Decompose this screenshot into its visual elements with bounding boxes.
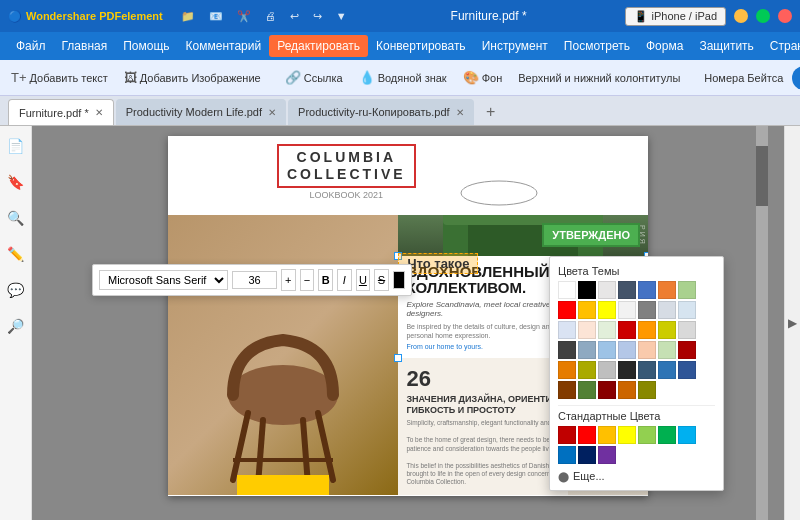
sidebar-bookmark-icon[interactable]: 🔖 [3, 170, 28, 194]
sidebar-page-icon[interactable]: 📄 [3, 134, 28, 158]
color-swatch[interactable] [638, 381, 656, 399]
menu-edit[interactable]: Редактировать [269, 35, 368, 57]
underline-button[interactable]: U [356, 269, 371, 291]
tab-productivity-ru[interactable]: Productivity-ru-Копировать.pdf ✕ [288, 99, 474, 125]
font-decrease-button[interactable]: − [300, 269, 315, 291]
link-button[interactable]: 🔗 Ссылка [278, 67, 350, 88]
sidebar-right[interactable]: ▶ [784, 126, 800, 520]
menu-home[interactable]: Главная [54, 35, 116, 57]
sidebar-search-icon[interactable]: 🔍 [3, 206, 28, 230]
color-swatch[interactable] [598, 341, 616, 359]
color-swatch[interactable] [578, 321, 596, 339]
color-swatch[interactable] [598, 321, 616, 339]
color-swatch-std[interactable] [598, 426, 616, 444]
italic-button[interactable]: I [337, 269, 352, 291]
color-swatch[interactable] [638, 301, 656, 319]
bold-button[interactable]: B [318, 269, 333, 291]
color-swatch[interactable] [678, 281, 696, 299]
color-swatch[interactable] [578, 341, 596, 359]
close-button[interactable] [778, 9, 792, 23]
color-swatch[interactable] [598, 361, 616, 379]
color-swatch[interactable] [638, 281, 656, 299]
color-swatch[interactable] [558, 341, 576, 359]
color-swatch[interactable] [658, 301, 676, 319]
sidebar-comment-icon[interactable]: 💬 [3, 278, 28, 302]
menu-tool[interactable]: Инструмент [474, 35, 556, 57]
color-swatch[interactable] [618, 301, 636, 319]
menu-form[interactable]: Форма [638, 35, 691, 57]
color-swatch[interactable] [558, 301, 576, 319]
ipad-button[interactable]: 📱 iPhone / iPad [625, 7, 726, 26]
menu-comment[interactable]: Комментарий [178, 35, 270, 57]
text-color-preview[interactable] [393, 271, 405, 289]
nav-icon-7[interactable]: ▼ [330, 8, 353, 25]
color-swatch[interactable] [618, 381, 636, 399]
scrollbar-thumb[interactable] [756, 146, 768, 206]
new-tab-button[interactable]: + [480, 101, 502, 123]
tab-productivity-ru-close[interactable]: ✕ [456, 107, 464, 118]
nav-icon-6[interactable]: ↪ [307, 8, 328, 25]
selection-handle-bl[interactable] [394, 354, 402, 362]
color-swatch[interactable] [618, 361, 636, 379]
color-swatch-std[interactable] [558, 426, 576, 444]
tab-furniture[interactable]: Furniture.pdf * ✕ [8, 99, 114, 125]
color-swatch-std[interactable] [678, 426, 696, 444]
color-swatch[interactable] [658, 281, 676, 299]
color-swatch[interactable] [678, 321, 696, 339]
color-swatch-std[interactable] [618, 426, 636, 444]
watermark-button[interactable]: 💧 Водяной знак [352, 67, 454, 88]
color-swatch[interactable] [598, 381, 616, 399]
sidebar-zoom-icon[interactable]: 🔎 [3, 314, 28, 338]
nav-icon-4[interactable]: 🖨 [259, 8, 282, 25]
color-swatch[interactable] [578, 281, 596, 299]
nav-icon-1[interactable]: 📁 [175, 8, 201, 25]
background-button[interactable]: 🎨 Фон [456, 67, 510, 88]
color-swatch-std[interactable] [578, 446, 596, 464]
color-swatch[interactable] [578, 381, 596, 399]
minimize-button[interactable] [734, 9, 748, 23]
color-swatch[interactable] [558, 381, 576, 399]
add-text-button[interactable]: T+ Добавить текст [4, 67, 115, 88]
color-swatch[interactable] [578, 301, 596, 319]
header-footer-button[interactable]: Верхний и нижний колонтитулы [511, 69, 687, 87]
sidebar-edit-icon[interactable]: ✏️ [3, 242, 28, 266]
color-swatch-std[interactable] [598, 446, 616, 464]
color-swatch[interactable] [578, 361, 596, 379]
color-swatch[interactable] [598, 301, 616, 319]
color-swatch[interactable] [678, 341, 696, 359]
maximize-button[interactable] [756, 9, 770, 23]
color-swatch[interactable] [678, 301, 696, 319]
color-swatch[interactable] [598, 281, 616, 299]
strikethrough-button[interactable]: S [374, 269, 389, 291]
color-swatch[interactable] [558, 321, 576, 339]
color-swatch-std[interactable] [558, 446, 576, 464]
font-increase-button[interactable]: + [281, 269, 296, 291]
tab-productivity[interactable]: Productivity Modern Life.pdf ✕ [116, 99, 286, 125]
menu-protect[interactable]: Защитить [691, 35, 761, 57]
menu-help[interactable]: Помощь [115, 35, 177, 57]
color-swatch[interactable] [658, 321, 676, 339]
more-colors-button[interactable]: ⬤ Еще... [558, 470, 715, 482]
color-swatch[interactable] [678, 361, 696, 379]
color-swatch[interactable] [638, 361, 656, 379]
color-swatch[interactable] [618, 281, 636, 299]
tab-furniture-close[interactable]: ✕ [95, 107, 103, 118]
color-swatch[interactable] [658, 341, 676, 359]
ipad-button-area[interactable]: 📱 iPhone / iPad [625, 7, 726, 26]
nav-icon-2[interactable]: 📧 [203, 8, 229, 25]
color-swatch[interactable] [618, 341, 636, 359]
menu-view[interactable]: Посмотреть [556, 35, 638, 57]
menu-convert[interactable]: Конвертировать [368, 35, 474, 57]
menu-file[interactable]: Файл [8, 35, 54, 57]
pdf-scrollbar[interactable] [756, 126, 768, 520]
add-image-button[interactable]: 🖼 Добавить Изображение [117, 67, 268, 88]
menu-page[interactable]: Страница [762, 35, 800, 57]
color-swatch[interactable] [638, 341, 656, 359]
color-swatch[interactable] [658, 361, 676, 379]
color-swatch[interactable] [558, 361, 576, 379]
bates-button[interactable]: Номера Бейтса [697, 69, 790, 87]
tab-productivity-close[interactable]: ✕ [268, 107, 276, 118]
color-swatch[interactable] [558, 281, 576, 299]
font-family-select[interactable]: Microsoft Sans Serif [99, 270, 228, 290]
nav-icon-3[interactable]: ✂️ [231, 8, 257, 25]
